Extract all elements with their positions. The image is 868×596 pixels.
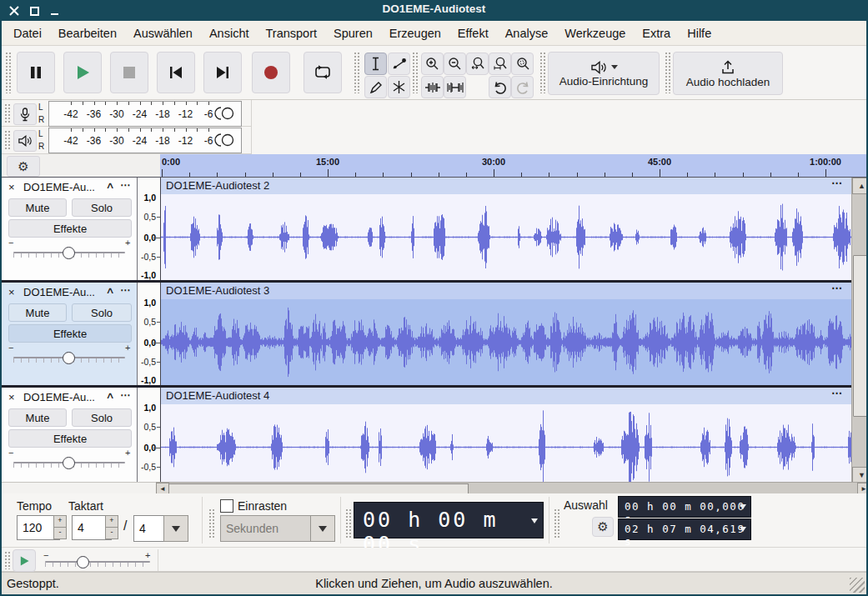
track-close-button[interactable]: × [8,286,15,298]
clip-menu-button[interactable]: ⋯ [831,388,843,399]
track-close-button[interactable]: × [8,391,15,403]
solo-button[interactable]: Solo [72,303,132,322]
clip-waveform-area[interactable] [161,404,851,482]
selection-start-dropdown-icon[interactable] [740,504,746,509]
gain-slider-thumb[interactable] [63,352,75,364]
track-collapse-icon[interactable]: ∧ [105,285,114,296]
menu-item-analyse[interactable]: Analyse [497,23,557,43]
draw-tool-button[interactable] [364,76,387,98]
audio-clip[interactable]: DO1EME-Audiotest 2 ⋯ [160,178,851,280]
snap-checkbox[interactable] [220,499,233,513]
zoom-in-button[interactable] [421,53,444,75]
time-format-dropdown-icon[interactable] [531,518,538,523]
selection-start-display[interactable]: 00 h 00 m 00,000 s [618,496,751,518]
menu-item-hilfe[interactable]: Hilfe [679,23,720,43]
snapping-toolbar-grip[interactable] [208,508,214,538]
selection-end-dropdown-icon[interactable] [740,527,746,532]
menu-item-ansicht[interactable]: Ansicht [201,23,258,43]
undo-button[interactable] [489,76,511,98]
track-menu-button[interactable]: ⋯ [120,389,131,401]
clip-header[interactable]: DO1EME-Audiotest 4 ⋯ [161,388,851,405]
menu-item-werkzeuge[interactable]: Werkzeuge [556,23,634,43]
solo-button[interactable]: Solo [72,408,132,427]
fit-project-button[interactable] [489,53,511,75]
track-menu-button[interactable]: ⋯ [120,284,131,296]
play-speed-thumb[interactable] [77,556,89,568]
stop-button[interactable] [110,52,148,93]
trim-audio-button[interactable] [421,76,444,98]
selection-toolbar-grip[interactable] [554,508,559,538]
selection-end-display[interactable]: 02 h 07 m 04,619 s [618,518,751,540]
loop-button[interactable] [304,52,342,93]
playhead-time-display[interactable]: 00 h 00 m 00 s [354,502,544,538]
pause-button[interactable] [17,52,55,93]
transport-toolbar-grip[interactable] [5,52,11,93]
effects-button[interactable]: Effekte [8,429,132,448]
gain-slider-thumb[interactable] [63,247,75,259]
record-meter-button[interactable] [13,103,37,125]
audio-setup-grip[interactable] [539,52,545,93]
audio-clip[interactable]: DO1EME-Audiotest 3 ⋯ [160,283,851,385]
edit-toolbar-grip[interactable] [412,52,418,93]
share-toolbar-grip[interactable] [665,52,670,93]
play-button[interactable] [63,52,102,93]
zoom-toggle-button[interactable] [511,53,534,75]
vertical-scroll-thumb[interactable] [853,255,868,417]
audio-setup-button[interactable]: Audio-Einrichtung [548,52,660,95]
time-toolbar-grip[interactable] [345,508,351,538]
skip-to-end-button[interactable] [203,52,242,93]
recording-meter[interactable]: -42-36-30-24-18-12-6 [48,101,242,127]
mute-button[interactable]: Mute [8,408,67,427]
playback-meter-grip[interactable] [4,130,10,150]
selection-tool-button[interactable] [364,53,387,75]
menu-item-datei[interactable]: Datei [5,23,50,43]
mute-button[interactable]: Mute [8,198,67,217]
track-collapse-icon[interactable]: ∧ [105,180,114,191]
recording-meter-grip[interactable] [4,103,10,123]
tempo-spin-down[interactable]: - [53,527,67,539]
vertical-ruler[interactable]: 1,00,50,0-0,5-1,0 [138,178,161,280]
play-speed-grip[interactable] [4,551,10,569]
record-button[interactable] [252,52,290,93]
menu-item-spuren[interactable]: Spuren [325,23,381,43]
gain-slider-thumb[interactable] [63,457,75,469]
redo-button[interactable] [511,76,534,98]
menu-item-erzeugen[interactable]: Erzeugen [381,23,449,43]
track-close-button[interactable]: × [8,181,15,193]
clip-header[interactable]: DO1EME-Audiotest 3 ⋯ [161,283,851,300]
zoom-selection-button[interactable] [466,53,489,75]
menu-item-auswhlen[interactable]: Auswählen [125,23,201,43]
horizontal-scrollbar[interactable]: ◄ ► [156,482,868,493]
selection-options-button[interactable]: ⚙ [592,517,614,537]
zoom-out-button[interactable] [444,53,466,75]
clip-indicator-icon[interactable] [214,106,236,121]
track-collapse-icon[interactable]: ∧ [105,390,114,401]
tools-toolbar-grip[interactable] [354,52,359,93]
menu-item-bearbeiten[interactable]: Bearbeiten [50,23,125,43]
playback-meter[interactable]: -42-36-30-24-18-12-6 [48,128,242,153]
silence-audio-button[interactable] [444,76,466,98]
vertical-scrollbar[interactable]: ▲ ▼ [851,178,868,482]
multi-tool-button[interactable] [388,76,410,98]
track-name[interactable]: DO1EME-Au... [23,286,95,298]
window-resize-grip[interactable] [850,578,865,593]
clip-waveform-area[interactable] [161,299,851,385]
scroll-up-button[interactable]: ▲ [852,178,868,194]
snap-mode-dropdown[interactable] [310,515,335,542]
effects-button[interactable]: Effekte [8,219,132,238]
clip-waveform-area[interactable] [161,194,851,280]
menu-item-transport[interactable]: Transport [258,23,326,43]
snap-mode-select[interactable]: Sekunden [220,515,317,542]
play-meter-button[interactable] [13,130,37,152]
timeline-ruler[interactable]: 0:0015:0030:0045:001:00:00 [160,154,868,177]
tempo-spin-up[interactable]: + [53,515,67,528]
timeline-options-button[interactable]: ⚙ [7,156,40,177]
taktart-spin-up[interactable]: + [105,515,118,528]
time-signature-lower-dropdown[interactable] [163,515,188,542]
clip-header[interactable]: DO1EME-Audiotest 2 ⋯ [161,178,851,195]
skip-to-start-button[interactable] [157,52,195,93]
menu-item-effekt[interactable]: Effekt [449,23,497,43]
vertical-ruler[interactable]: 1,00,50,0-0,5-1,0 [138,388,161,482]
menu-item-extra[interactable]: Extra [634,23,679,43]
play-at-speed-button[interactable] [13,549,36,572]
